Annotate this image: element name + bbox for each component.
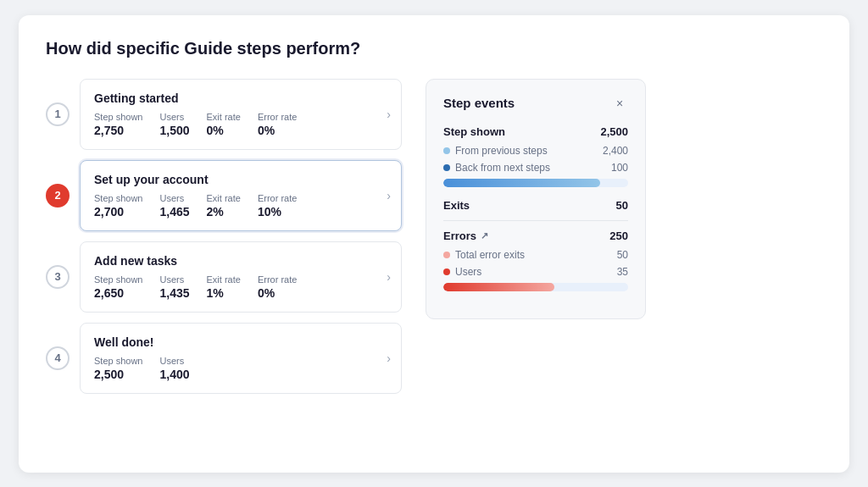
chevron-icon-2: ›	[387, 189, 391, 202]
step-number-1: 1	[46, 102, 70, 126]
metric-users-2: Users 1,465	[159, 193, 189, 219]
from-previous-label: From previous steps	[443, 145, 548, 157]
steps-list: 1 Getting started Step shown 2,750 Users…	[46, 79, 402, 394]
metric-error-2: Error rate 10%	[258, 193, 297, 219]
step-shown-label: Step shown	[443, 125, 505, 138]
from-previous-row: From previous steps 2,400	[443, 145, 628, 157]
exits-label: Exits	[443, 199, 470, 212]
step-row-3: 3 Add new tasks Step shown 2,650 Users 1…	[46, 241, 402, 313]
step-metrics-2: Step shown 2,700 Users 1,465 Exit rate 2…	[94, 193, 387, 219]
errors-value: 250	[609, 230, 628, 242]
step-row-1: 1 Getting started Step shown 2,750 Users…	[46, 79, 402, 150]
metric-label-exit-1: Exit rate	[207, 112, 241, 122]
total-error-row: Total error exits 50	[443, 249, 628, 261]
metric-value-users-4: 1,400	[159, 368, 189, 381]
step-row-2: 2 Set up your account Step shown 2,700 U…	[46, 160, 402, 231]
step-title-1: Getting started	[94, 91, 387, 105]
metric-step-shown-2: Step shown 2,700	[94, 193, 142, 219]
step-card-3[interactable]: Add new tasks Step shown 2,650 Users 1,4…	[80, 241, 402, 313]
metric-label-exit-3: Exit rate	[207, 274, 241, 285]
step-card-2[interactable]: Set up your account Step shown 2,700 Use…	[80, 160, 402, 231]
external-link-icon: ↗	[481, 230, 488, 241]
step-shown-row: Step shown 2,500	[443, 125, 628, 138]
step-number-4: 4	[46, 346, 70, 370]
from-previous-value: 2,400	[603, 145, 628, 157]
step-shown-value: 2,500	[600, 125, 628, 138]
metric-label-error-1: Error rate	[258, 112, 297, 122]
red-progress-bar	[443, 283, 628, 291]
metric-exit-3: Exit rate 1%	[207, 274, 241, 300]
metric-label-users-2: Users	[159, 193, 189, 203]
metric-value-exit-1: 0%	[207, 124, 241, 137]
metric-error-1: Error rate 0%	[258, 112, 297, 137]
metric-value-exit-2: 2%	[207, 205, 241, 219]
users-error-dot	[443, 268, 450, 275]
metric-step-shown-1: Step shown 2,750	[94, 112, 142, 137]
step-card-4[interactable]: Well done! Step shown 2,500 Users 1,400 …	[80, 323, 402, 394]
close-button[interactable]: ×	[611, 95, 628, 112]
metric-value-exit-3: 1%	[207, 286, 241, 300]
errors-label: Errors ↗	[443, 230, 488, 242]
metric-value-users-2: 1,465	[159, 205, 189, 219]
exits-value: 50	[616, 199, 628, 212]
step-number-2: 2	[46, 184, 70, 208]
step-title-2: Set up your account	[94, 173, 387, 186]
metric-value-step-shown-2: 2,700	[94, 205, 142, 219]
total-error-value: 50	[617, 249, 628, 261]
total-error-label: Total error exits	[443, 249, 525, 261]
panel-header: Step events ×	[443, 95, 628, 112]
metric-label-error-3: Error rate	[258, 274, 297, 285]
step-title-3: Add new tasks	[94, 254, 387, 268]
chevron-icon-4: ›	[387, 351, 391, 365]
blue-progress-fill	[443, 179, 600, 187]
metric-users-3: Users 1,435	[159, 274, 189, 300]
metric-exit-2: Exit rate 2%	[207, 193, 241, 219]
metric-step-shown-4: Step shown 2,500	[94, 356, 142, 381]
exits-row: Exits 50	[443, 199, 628, 212]
events-panel: Step events × Step shown 2,500 From prev…	[426, 79, 646, 319]
back-from-next-label: Back from next steps	[443, 162, 550, 174]
metric-value-error-2: 10%	[258, 205, 297, 219]
metric-label-users-3: Users	[159, 274, 189, 285]
panel-divider	[443, 220, 628, 221]
step-metrics-3: Step shown 2,650 Users 1,435 Exit rate 1…	[94, 274, 387, 300]
back-from-next-row: Back from next steps 100	[443, 162, 628, 174]
metric-label-exit-2: Exit rate	[207, 193, 241, 203]
users-error-row: Users 35	[443, 266, 628, 278]
metric-value-step-shown-1: 2,750	[94, 124, 142, 137]
step-row-4: 4 Well done! Step shown 2,500 Users 1,40…	[46, 323, 402, 394]
metric-value-step-shown-4: 2,500	[94, 368, 142, 381]
users-error-label: Users	[443, 266, 481, 278]
metric-label-users-1: Users	[159, 112, 189, 122]
chevron-icon-3: ›	[387, 270, 391, 284]
back-from-next-value: 100	[611, 162, 628, 174]
errors-section: Errors ↗ 250 Total error exits 50 User	[443, 230, 628, 291]
from-previous-dot	[443, 147, 450, 154]
step-metrics-1: Step shown 2,750 Users 1,500 Exit rate 0…	[94, 112, 387, 137]
metric-value-users-3: 1,435	[159, 286, 189, 300]
metric-value-users-1: 1,500	[159, 124, 189, 137]
metric-label-step-shown-4: Step shown	[94, 356, 142, 366]
metric-value-step-shown-3: 2,650	[94, 286, 142, 300]
metric-error-3: Error rate 0%	[258, 274, 297, 300]
chevron-icon-1: ›	[387, 108, 391, 121]
total-error-dot	[443, 252, 450, 258]
metric-value-error-3: 0%	[258, 286, 297, 300]
step-title-4: Well done!	[94, 335, 387, 349]
metric-label-step-shown-1: Step shown	[94, 112, 142, 122]
metric-label-error-2: Error rate	[258, 193, 297, 203]
blue-progress-bar	[443, 179, 628, 187]
step-card-1[interactable]: Getting started Step shown 2,750 Users 1…	[80, 79, 402, 150]
back-from-next-dot	[443, 164, 450, 171]
panel-title: Step events	[443, 96, 515, 110]
metric-value-error-1: 0%	[258, 124, 297, 137]
metric-step-shown-3: Step shown 2,650	[94, 274, 142, 300]
main-card: How did specific Guide steps perform? 1 …	[19, 15, 849, 473]
metric-label-step-shown-2: Step shown	[94, 193, 142, 203]
red-progress-fill	[443, 283, 554, 291]
errors-row: Errors ↗ 250	[443, 230, 628, 242]
metric-users-1: Users 1,500	[159, 112, 189, 137]
page-title: How did specific Guide steps perform?	[46, 39, 822, 58]
users-error-value: 35	[617, 266, 628, 278]
metric-users-4: Users 1,400	[159, 356, 189, 381]
